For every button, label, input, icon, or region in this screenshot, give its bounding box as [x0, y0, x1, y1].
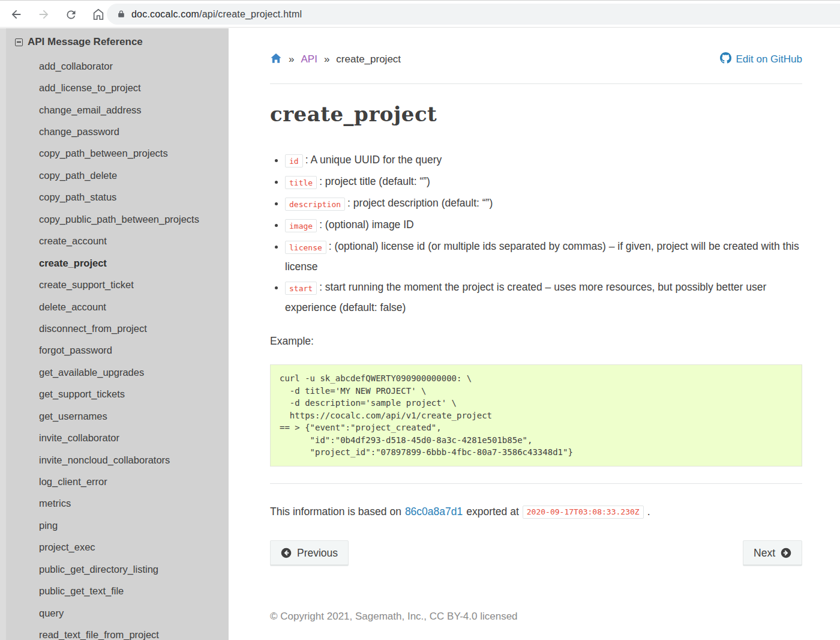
edit-on-github-label: Edit on GitHub [736, 53, 802, 65]
sidebar-item-create_account[interactable]: create_account [0, 231, 229, 252]
param-description: : project description (default: “”) [347, 197, 493, 209]
sidebar-item-disconnect_from_project[interactable]: disconnect_from_project [0, 318, 229, 339]
sidebar-item-query[interactable]: query [0, 602, 229, 624]
example-label: Example: [270, 335, 802, 348]
divider [270, 83, 802, 84]
home-breadcrumb-icon [270, 53, 282, 67]
param-item-start: start: start running the moment the proj… [285, 277, 802, 317]
forward-icon[interactable] [37, 8, 50, 21]
github-icon [720, 52, 731, 67]
commit-hash-link[interactable]: 86c0a8a7d1 [405, 506, 463, 518]
sidebar-item-project_exec[interactable]: project_exec [0, 537, 229, 558]
based-on-note: This information is based on 86c0a8a7d1 … [270, 506, 802, 519]
param-description: : project title (default: “”) [319, 175, 430, 187]
sidebar-item-ping[interactable]: ping [0, 515, 229, 536]
breadcrumb-api-link[interactable]: API [301, 53, 317, 65]
sidebar-item-create_support_ticket[interactable]: create_support_ticket [0, 274, 229, 295]
sidebar-item-get_usernames[interactable]: get_usernames [0, 405, 229, 427]
next-button-label: Next [754, 547, 775, 560]
arrow-circle-left-icon [281, 548, 292, 558]
next-button[interactable]: Next [743, 540, 802, 566]
copyright-notice: © Copyright 2021, Sagemath, Inc., CC BY-… [270, 611, 802, 623]
sidebar-item-add_license_to_project[interactable]: add_license_to_project [0, 77, 229, 98]
sidebar-item-delete_account[interactable]: delete_account [0, 296, 229, 318]
sidebar-item-copy_path_status[interactable]: copy_path_status [0, 187, 229, 208]
param-description: : (optional) license id (or multiple ids… [285, 240, 799, 273]
collapse-minus-icon[interactable] [15, 38, 23, 46]
pager: Previous Next [270, 540, 802, 566]
param-code: id [285, 154, 303, 168]
param-description: : (optional) image ID [319, 219, 414, 231]
back-icon[interactable] [10, 8, 23, 21]
based-on-prefix: This information is based on [270, 506, 401, 518]
sidebar-item-log_client_error[interactable]: log_client_error [0, 471, 229, 492]
example-code: curl -u sk_abcdefQWERTY090900000000: \ -… [271, 365, 802, 466]
breadcrumb-separator: » [324, 53, 329, 65]
edit-on-github-link[interactable]: Edit on GitHub [720, 52, 802, 67]
breadcrumb-current: create_project [336, 53, 401, 65]
sidebar-item-list: add_collaboratoradd_license_to_projectch… [0, 55, 229, 640]
based-on-middle: exported at [466, 506, 519, 518]
url-bar[interactable]: doc.cocalc.com/api/create_project.html [107, 4, 840, 25]
param-code: description [285, 198, 345, 211]
sidebar-item-change_email_address[interactable]: change_email_address [0, 99, 229, 121]
sidebar-item-forgot_password[interactable]: forgot_password [0, 340, 229, 361]
based-on-suffix: . [647, 506, 650, 518]
param-code: title [285, 176, 317, 189]
sidebar-item-copy_path_between_projects[interactable]: copy_path_between_projects [0, 143, 229, 165]
param-code: image [285, 219, 317, 232]
param-code: license [285, 241, 326, 254]
breadcrumb-separator: » [289, 53, 294, 65]
lock-icon [117, 10, 125, 19]
param-code: start [285, 282, 317, 295]
param-description: : A unique UUID for the query [305, 154, 442, 166]
arrow-circle-right-icon [781, 548, 791, 558]
sidebar-item-change_password[interactable]: change_password [0, 121, 229, 142]
page-title: create_project [270, 102, 802, 126]
param-item-description: description: project description (defaul… [285, 193, 802, 214]
main-content: » API » create_project Edit on GitHub cr… [229, 28, 840, 640]
sidebar-item-public_get_directory_listing[interactable]: public_get_directory_listing [0, 558, 229, 580]
browser-toolbar: doc.cocalc.com/api/create_project.html [0, 0, 840, 28]
url-text: doc.cocalc.com/api/create_project.html [131, 9, 302, 20]
previous-button-label: Previous [297, 547, 338, 560]
sidebar-item-metrics[interactable]: metrics [0, 493, 229, 515]
sidebar-nav: API Message Reference add_collaboratorad… [0, 28, 229, 640]
param-item-id: id: A unique UUID for the query [285, 150, 802, 171]
sidebar-item-get_support_tickets[interactable]: get_support_tickets [0, 384, 229, 405]
sidebar-item-invite_collaborator[interactable]: invite_collaborator [0, 427, 229, 448]
sidebar-item-public_get_text_file[interactable]: public_get_text_file [0, 581, 229, 602]
param-item-image: image: (optional) image ID [285, 215, 802, 235]
sidebar-item-copy_path_delete[interactable]: copy_path_delete [0, 165, 229, 186]
sidebar-item-copy_public_path_between_projects[interactable]: copy_public_path_between_projects [0, 208, 229, 230]
url-domain: doc.cocalc.com [131, 9, 199, 19]
previous-button[interactable]: Previous [270, 540, 349, 566]
breadcrumb-home-link[interactable] [270, 53, 282, 67]
browser-window: doc.cocalc.com/api/create_project.html A… [0, 0, 840, 640]
sidebar-item-get_available_upgrades[interactable]: get_available_upgrades [0, 361, 229, 383]
url-path: /api/create_project.html [199, 9, 302, 19]
sidebar-item-add_collaborator[interactable]: add_collaborator [0, 55, 229, 77]
home-icon[interactable] [92, 8, 105, 21]
param-item-license: license: (optional) license id (or multi… [285, 237, 802, 276]
sidebar-header-label: API Message Reference [28, 36, 143, 48]
reload-icon[interactable] [65, 8, 77, 21]
divider [270, 483, 802, 484]
export-timestamp: 2020-09-17T03:08:33.230Z [523, 506, 644, 519]
sidebar-section-header[interactable]: API Message Reference [15, 36, 229, 48]
sidebar-item-invite_noncloud_collaborators[interactable]: invite_noncloud_collaborators [0, 449, 229, 471]
breadcrumb: » API » create_project [270, 53, 401, 67]
example-code-block: curl -u sk_abcdefQWERTY090900000000: \ -… [270, 364, 802, 466]
param-description: : start running the moment the project i… [285, 281, 766, 313]
sidebar-item-read_text_file_from_project[interactable]: read_text_file_from_project [0, 624, 229, 640]
param-item-title: title: project title (default: “”) [285, 172, 802, 192]
parameter-list: id: A unique UUID for the querytitle: pr… [270, 150, 802, 317]
sidebar-item-create_project[interactable]: create_project [0, 252, 229, 274]
